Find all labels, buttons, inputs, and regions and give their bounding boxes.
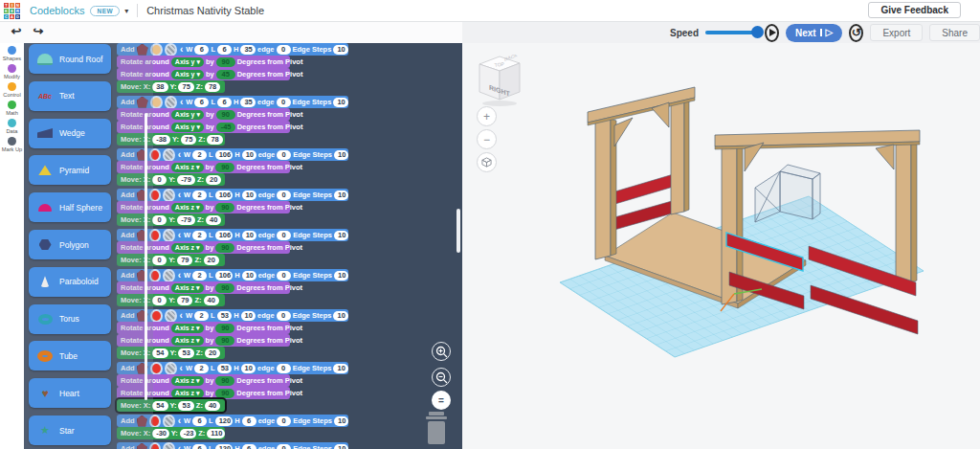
- redo-button[interactable]: ↪: [30, 23, 47, 40]
- palette-shape-label: Half Sphere: [59, 203, 102, 213]
- z-label: Z:: [196, 82, 203, 91]
- 3d-viewport[interactable]: RIGHT TOP BACK + −: [462, 43, 980, 449]
- tinkercad-logo[interactable]: TINKERCAD: [4, 3, 20, 19]
- palette-shape-text[interactable]: ABcText: [29, 81, 111, 111]
- viewport-zoom-in-button[interactable]: +: [477, 106, 497, 126]
- category-rail: Shapes Modify Control Math Data Mark Up: [0, 43, 25, 449]
- hole-material-swatch[interactable]: [163, 148, 174, 162]
- hole-material-swatch[interactable]: [165, 362, 177, 375]
- hole-material-swatch[interactable]: [163, 269, 174, 282]
- sidebar-item-control[interactable]: Control: [0, 82, 24, 98]
- degrees-label: Degrees: [237, 70, 266, 79]
- from-pivot-label: from Pivot: [267, 243, 302, 252]
- x-value: 38: [152, 82, 167, 92]
- view-cube[interactable]: RIGHT TOP BACK: [476, 55, 525, 112]
- axis-dropdown[interactable]: Axis z ▾: [171, 389, 204, 398]
- from-pivot-label: from Pivot: [267, 203, 302, 212]
- workspace-scrollbar[interactable]: [457, 209, 460, 253]
- length-value: 106: [215, 150, 234, 160]
- edge-label: edge: [258, 416, 276, 425]
- width-value: 6: [192, 444, 207, 449]
- y-value: 75: [181, 135, 196, 145]
- palette-shape-torus[interactable]: Torus: [29, 304, 111, 334]
- degrees-label: Degrees: [237, 110, 266, 119]
- viewport-zoom-out-button[interactable]: −: [477, 129, 497, 149]
- sidebar-item-modify[interactable]: Modify: [0, 64, 24, 79]
- next-step-button[interactable]: Next ▷: [786, 24, 842, 42]
- restart-button[interactable]: ↺: [849, 24, 863, 42]
- speed-label: Speed: [670, 28, 699, 38]
- play-button[interactable]: [765, 24, 779, 42]
- height-value: 35: [240, 45, 256, 55]
- palette-shape-round-roof[interactable]: Round Roof: [29, 44, 111, 74]
- hole-material-swatch[interactable]: [163, 189, 174, 202]
- edge-value: 0: [277, 231, 291, 240]
- height-label: H: [234, 364, 238, 372]
- axis-dropdown[interactable]: Axis z ▾: [171, 376, 204, 386]
- by-label: by: [206, 163, 214, 171]
- sidebar-item-mark-up[interactable]: Mark Up: [0, 137, 24, 152]
- axis-dropdown[interactable]: Axis z ▾: [171, 203, 204, 213]
- palette-shape-tube[interactable]: Tube: [29, 341, 111, 370]
- axis-dropdown[interactable]: Axis z ▾: [171, 163, 204, 172]
- edge-value: 0: [277, 416, 291, 426]
- hole-material-swatch[interactable]: [165, 309, 177, 323]
- collapse-chevron-icon: ‹: [178, 415, 181, 426]
- palette-shape-half-sphere[interactable]: Half Sphere: [29, 192, 111, 222]
- logo-tile: N: [15, 3, 20, 8]
- hole-material-swatch[interactable]: [165, 96, 177, 109]
- speed-slider[interactable]: [705, 31, 758, 34]
- edge-label: edge: [257, 98, 275, 106]
- document-title[interactable]: Christmas Nativity Stable: [146, 5, 264, 16]
- from-pivot-label: from Pivot: [267, 389, 302, 397]
- x-value: 0: [152, 256, 167, 265]
- give-feedback-button[interactable]: Give Feedback: [868, 2, 961, 18]
- width-value: 2: [194, 311, 209, 321]
- play-icon: [769, 29, 776, 36]
- hole-material-swatch[interactable]: [163, 229, 174, 242]
- chevron-down-icon[interactable]: ▾: [124, 7, 128, 15]
- y-value: 53: [178, 401, 193, 411]
- hole-material-swatch[interactable]: [163, 415, 174, 428]
- hole-material-swatch[interactable]: [163, 442, 174, 449]
- undo-button[interactable]: ↩: [8, 23, 25, 40]
- palette-shape-pyramid[interactable]: Pyramid: [29, 155, 111, 185]
- axis-dropdown[interactable]: Axis z ▾: [171, 243, 204, 253]
- width-value: 2: [192, 191, 207, 200]
- length-value: 6: [217, 98, 232, 107]
- workspace-zoom-reset-button[interactable]: =: [432, 391, 451, 410]
- hole-material-swatch[interactable]: [165, 43, 177, 56]
- palette-shape-polygon[interactable]: Polygon: [29, 230, 111, 259]
- palette-shape-star[interactable]: ★Star: [29, 415, 111, 445]
- axis-dropdown[interactable]: Axis z ▾: [171, 324, 204, 333]
- axis-dropdown[interactable]: Axis y ▾: [171, 123, 204, 132]
- sidebar-item-shapes[interactable]: Shapes: [0, 46, 24, 61]
- sidebar-item-math[interactable]: Math: [0, 101, 24, 116]
- axis-dropdown[interactable]: Axis y ▾: [171, 110, 204, 120]
- width-label: W: [184, 444, 190, 449]
- edge-steps-value: 10: [334, 150, 348, 160]
- palette-shape-paraboloid[interactable]: Paraboloid: [29, 267, 111, 297]
- export-button[interactable]: Export: [870, 24, 923, 41]
- trash-dropzone[interactable]: [422, 412, 451, 449]
- degrees-label: Degrees: [236, 324, 265, 332]
- palette-shape-heart[interactable]: ♥Heart: [29, 378, 111, 408]
- axis-dropdown[interactable]: Axis y ▾: [171, 70, 204, 79]
- workspace-zoom-out-button[interactable]: [432, 368, 451, 387]
- axis-dropdown[interactable]: Axis z ▾: [171, 283, 204, 293]
- axis-dropdown[interactable]: Axis z ▾: [171, 336, 204, 346]
- z-value: 78: [205, 82, 220, 92]
- speed-slider-knob[interactable]: [751, 26, 764, 38]
- workspace-zoom-in-button[interactable]: [432, 342, 451, 361]
- length-label: L: [211, 45, 215, 54]
- palette-scrollbar[interactable]: [145, 113, 147, 400]
- viewport-home-view-button[interactable]: [477, 152, 497, 172]
- palette-shape-wedge[interactable]: Wedge: [29, 119, 111, 148]
- width-label: W: [186, 45, 192, 54]
- sidebar-item-data[interactable]: Data: [0, 119, 24, 134]
- share-button[interactable]: Share: [929, 24, 980, 41]
- collapse-chevron-icon: ‹: [180, 310, 183, 321]
- text-icon: ABc: [36, 93, 54, 100]
- y-value: -79: [177, 175, 195, 185]
- axis-dropdown[interactable]: Axis y ▾: [171, 57, 204, 67]
